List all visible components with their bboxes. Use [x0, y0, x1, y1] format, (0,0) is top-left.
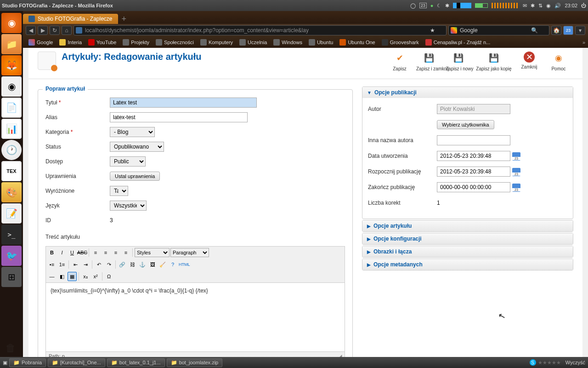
bookmark-folder[interactable]: Projekty [120, 38, 152, 46]
reload-button[interactable]: ↻ [50, 26, 60, 35]
align-center-button[interactable]: ≡ [101, 248, 110, 257]
calendar-icon[interactable] [512, 168, 520, 176]
cleanup-button[interactable]: 🧹 [158, 260, 167, 269]
menu-button[interactable]: ▾ [575, 26, 585, 35]
taskbar-item[interactable]: 📁Pobrania [9, 358, 46, 367]
firefox-icon[interactable]: 🦊 [1, 55, 22, 75]
moon-icon[interactable]: ☾ [437, 3, 441, 9]
bluetooth-icon[interactable]: ✱ [531, 3, 535, 9]
strike-button[interactable]: ABC [78, 248, 87, 257]
underline-button[interactable]: U [68, 248, 77, 257]
bookmark-folder[interactable]: Windows [271, 38, 305, 46]
bookmarks-overflow-icon[interactable]: » [582, 40, 585, 45]
bookmark-item[interactable]: Ubuntu One [337, 38, 378, 46]
gedit-icon[interactable]: 📝 [1, 203, 22, 224]
bookmark-item[interactable]: Grooveshark [379, 38, 422, 46]
files-icon[interactable]: 📁 [1, 34, 22, 54]
terminal-icon[interactable]: >_ [1, 224, 22, 245]
clock-icon[interactable]: 🕐 [1, 140, 22, 160]
clock[interactable]: 23:02 [565, 3, 577, 8]
bold-button[interactable]: B [47, 248, 57, 257]
language-select[interactable]: Wszystkie [110, 201, 147, 211]
panel-toggle[interactable]: ▶Opcje konfiguracji [362, 233, 573, 244]
italic-button[interactable]: I [57, 248, 67, 257]
network-icon[interactable]: ⇅ [538, 3, 543, 9]
bookmark-folder[interactable]: Komputery [198, 38, 236, 46]
subscript-button[interactable]: x₂ [81, 272, 90, 281]
title-input[interactable] [110, 98, 257, 108]
wifi-icon[interactable]: ◉ [546, 3, 551, 9]
search-go-icon[interactable]: 🔍 [531, 27, 538, 34]
tray-calendar-icon[interactable]: 23 [419, 3, 427, 8]
home-button[interactable]: ⌂ [62, 26, 72, 35]
tray-icon[interactable]: ● [430, 3, 434, 8]
created-input[interactable] [437, 151, 510, 161]
resize-handle-icon[interactable]: ◢ [338, 353, 342, 357]
writer-icon[interactable]: 📄 [1, 98, 22, 118]
save-button[interactable]: ✔Zapisz [385, 52, 414, 71]
category-select[interactable]: - Blog [110, 127, 155, 137]
panel-toggle[interactable]: ▶Obrazki i łącza [362, 246, 573, 257]
charmap-button[interactable]: Ω [104, 272, 113, 281]
show-desktop-icon[interactable]: ▣ [3, 360, 7, 366]
save-new-button[interactable]: 💾Zapisz i nowy [444, 52, 473, 71]
home-page-button[interactable]: 🏠 [551, 26, 561, 35]
taskbar-item[interactable]: 📁bot_joomlatex.zip [167, 358, 223, 367]
help-button[interactable]: ◉Pomoc [544, 52, 573, 71]
forward-button[interactable]: ▶ [38, 26, 48, 35]
access-select[interactable]: Public [110, 156, 146, 167]
superscript-button[interactable]: x² [91, 272, 100, 281]
select-user-button[interactable]: Wybierz użytkownika [437, 120, 494, 129]
graph-icon[interactable] [492, 3, 519, 8]
volume-icon[interactable]: 🔊 [554, 3, 561, 9]
anchor-button[interactable]: ⚓ [138, 260, 147, 269]
number-list-button[interactable]: 1≡ [57, 260, 67, 269]
browser-tab[interactable]: Studio FOTOGrafia - Zaplecze [23, 14, 118, 24]
save-close-button[interactable]: 💾Zapisz i zamknij [414, 52, 444, 71]
tex-icon[interactable]: TEX [1, 161, 22, 181]
address-bar[interactable]: localhost/dyschemist/joomla/administrato… [74, 25, 447, 35]
bookmark-folder[interactable]: Uczelnia [237, 38, 270, 46]
close-button[interactable]: ✕Zamknij [514, 52, 544, 71]
bookmark-folder[interactable]: Społeczności [153, 38, 197, 46]
calc-icon[interactable]: 📊 [1, 119, 22, 139]
chrome-icon[interactable]: ◉ [1, 76, 22, 97]
mail-icon[interactable]: ✉ [523, 3, 527, 9]
bookmark-item[interactable]: Cenapaliw.pl - Znajdź n... [423, 38, 493, 46]
editor-content[interactable]: {tex}\sum\limits_{i=0}^{\infty} a_0 \cdo… [45, 283, 345, 352]
featured-select[interactable]: Tak [110, 186, 128, 196]
align-right-button[interactable]: ≡ [111, 248, 120, 257]
tray-icon[interactable]: ◯ [410, 3, 416, 9]
bullet-list-button[interactable]: •≡ [47, 260, 57, 269]
new-tab-button[interactable]: + [122, 14, 127, 24]
bookmark-folder[interactable]: Ubuntu [306, 38, 336, 46]
bookmark-star-icon[interactable]: ★ [430, 27, 435, 34]
site-identity-icon[interactable] [76, 27, 82, 34]
help-icon[interactable]: ? [168, 260, 177, 269]
calendar-icon[interactable] [512, 184, 520, 192]
eraser-button[interactable]: ◧ [57, 272, 67, 281]
pidgin-icon[interactable]: 🐦 [1, 246, 22, 266]
set-permissions-button[interactable]: Ustal uprawnienia [110, 172, 160, 181]
image-button[interactable]: 🖼 [148, 260, 157, 269]
bookmark-item[interactable]: Google [26, 38, 56, 46]
panel-toggle[interactable]: ▼Opcje publikacji [362, 87, 573, 98]
power-icon[interactable]: ⏻ [581, 3, 586, 8]
taskbar-item[interactable]: 📁bot_latex_0.1_j1... [107, 358, 165, 367]
publish-down-input[interactable] [437, 182, 510, 192]
align-left-button[interactable]: ≡ [91, 248, 100, 257]
html-button[interactable]: HTML [178, 260, 191, 269]
format-select[interactable]: Paragraph [170, 248, 209, 257]
bookmark-item[interactable]: YouTube [85, 38, 119, 46]
panel-toggle[interactable]: ▶Opcje artykułu [362, 220, 573, 231]
undo-button[interactable]: ↶ [94, 260, 103, 269]
dash-icon[interactable]: ◉ [1, 13, 22, 33]
graph-icon[interactable] [453, 3, 471, 8]
clear-button[interactable]: Wyczyść [565, 360, 585, 365]
addon-icon[interactable]: 23 [563, 26, 573, 35]
unlink-button[interactable]: ⛓ [128, 260, 137, 269]
redo-button[interactable]: ↷ [104, 260, 113, 269]
hr-button[interactable]: — [47, 272, 57, 281]
calendar-icon[interactable] [512, 152, 520, 161]
panel-toggle[interactable]: ▶Opcje metadanych [362, 259, 573, 270]
